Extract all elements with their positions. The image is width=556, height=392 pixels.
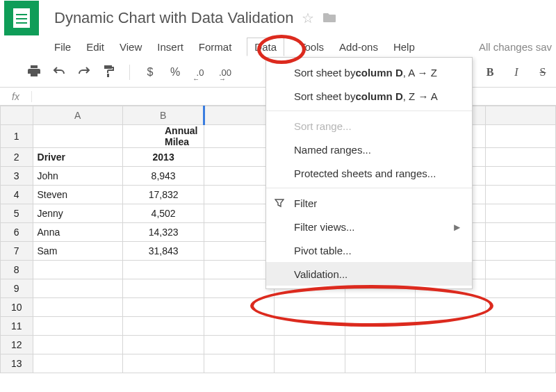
cell[interactable]: [33, 125, 122, 148]
print-icon[interactable]: [26, 65, 42, 79]
menu-file[interactable]: File: [54, 41, 71, 53]
cell[interactable]: 17,832: [122, 186, 204, 204]
italic-button[interactable]: I: [509, 66, 524, 79]
cell[interactable]: Sam: [33, 242, 122, 261]
data-dropdown-menu: Sort sheet by column D , A → Z Sort shee…: [265, 57, 473, 289]
sort-desc-suffix: , Z → A: [403, 90, 438, 102]
sort-desc-prefix: Sort sheet by: [294, 90, 355, 102]
submenu-arrow-icon: ►: [452, 221, 462, 233]
menu-filter-views[interactable]: Filter views... ►: [266, 215, 472, 238]
save-status: All changes sav: [479, 41, 556, 53]
cell-title[interactable]: Annual Milea: [122, 125, 204, 148]
menu-protected-ranges[interactable]: Protected sheets and ranges...: [266, 161, 472, 185]
cell[interactable]: Driver: [33, 148, 122, 167]
cell[interactable]: 8,943: [122, 167, 204, 186]
menu-data[interactable]: Data: [247, 38, 284, 56]
percent-button[interactable]: %: [167, 66, 183, 79]
row-header[interactable]: 8: [1, 261, 33, 279]
sheets-logo: [4, 1, 39, 35]
menu-pivot-table[interactable]: Pivot table...: [266, 238, 472, 262]
cell[interactable]: Anna: [33, 223, 122, 242]
menu-edit[interactable]: Edit: [86, 41, 104, 53]
decrease-decimal-button[interactable]: .0 ←: [193, 66, 208, 79]
row-header[interactable]: 4: [1, 186, 33, 204]
sort-asc-suffix: , A → Z: [403, 67, 437, 79]
fx-icon: fx: [0, 91, 32, 102]
filter-icon: [275, 198, 284, 208]
menu-view[interactable]: View: [120, 41, 142, 53]
sort-asc-prefix: Sort sheet by: [294, 67, 355, 79]
col-header-b[interactable]: B: [122, 106, 204, 125]
cell[interactable]: 4,502: [122, 204, 204, 223]
col-header[interactable]: [204, 106, 275, 125]
row-header[interactable]: 10: [1, 298, 33, 317]
currency-button[interactable]: $: [142, 66, 158, 79]
row-header[interactable]: 3: [1, 167, 33, 186]
menu-named-ranges[interactable]: Named ranges...: [266, 138, 472, 161]
menu-insert[interactable]: Insert: [157, 41, 183, 53]
move-to-folder-icon[interactable]: [322, 10, 336, 26]
col-header-a[interactable]: A: [33, 106, 122, 125]
sort-desc-col: column D: [355, 90, 402, 102]
menu-tools[interactable]: Tools: [300, 41, 324, 53]
menu-addons[interactable]: Add-ons: [339, 41, 378, 53]
cell[interactable]: 2013: [122, 148, 204, 167]
menu-format[interactable]: Format: [199, 41, 232, 53]
row-header[interactable]: 12: [1, 336, 33, 354]
row-header[interactable]: 2: [1, 148, 33, 167]
toolbar-separator: [129, 65, 130, 80]
cell[interactable]: Jenny: [33, 204, 122, 223]
bold-button[interactable]: B: [482, 66, 498, 79]
row-header[interactable]: 5: [1, 204, 33, 223]
menu-filter-views-label: Filter views...: [294, 221, 355, 233]
select-all-cell[interactable]: [1, 106, 33, 125]
cell[interactable]: 31,843: [122, 242, 204, 261]
menu-help[interactable]: Help: [393, 41, 415, 53]
menu-sort-range[interactable]: Sort range...: [266, 114, 472, 138]
star-icon[interactable]: ☆: [302, 10, 314, 26]
menu-filter-label: Filter: [294, 197, 317, 209]
col-header[interactable]: [485, 106, 555, 125]
row-header[interactable]: 9: [1, 279, 33, 298]
paint-format-icon[interactable]: [101, 65, 117, 80]
menu-sort-asc[interactable]: Sort sheet by column D , A → Z: [266, 60, 472, 84]
row-header[interactable]: 11: [1, 317, 33, 336]
cell[interactable]: John: [33, 167, 122, 186]
cell[interactable]: Steven: [33, 186, 122, 204]
title-bar: Dynamic Chart with Data Validation ☆: [0, 0, 556, 36]
row-header[interactable]: 7: [1, 242, 33, 261]
strikethrough-button[interactable]: S: [535, 66, 550, 79]
menu-bar: File Edit View Insert Format Data Tools …: [0, 36, 556, 57]
document-title[interactable]: Dynamic Chart with Data Validation: [54, 9, 293, 27]
increase-decimal-button[interactable]: .00 →: [218, 66, 233, 79]
menu-sort-desc[interactable]: Sort sheet by column D , Z → A: [266, 84, 472, 108]
menu-validation[interactable]: Validation...: [266, 262, 472, 286]
row-header[interactable]: 6: [1, 223, 33, 242]
row-header[interactable]: 13: [1, 354, 33, 373]
sort-asc-col: column D: [355, 67, 402, 79]
cell[interactable]: 14,323: [122, 223, 204, 242]
undo-icon[interactable]: [51, 66, 67, 79]
sheets-logo-icon: [13, 8, 30, 28]
redo-icon[interactable]: [76, 66, 92, 79]
menu-filter[interactable]: Filter: [266, 191, 472, 215]
row-header[interactable]: 1: [1, 125, 33, 148]
